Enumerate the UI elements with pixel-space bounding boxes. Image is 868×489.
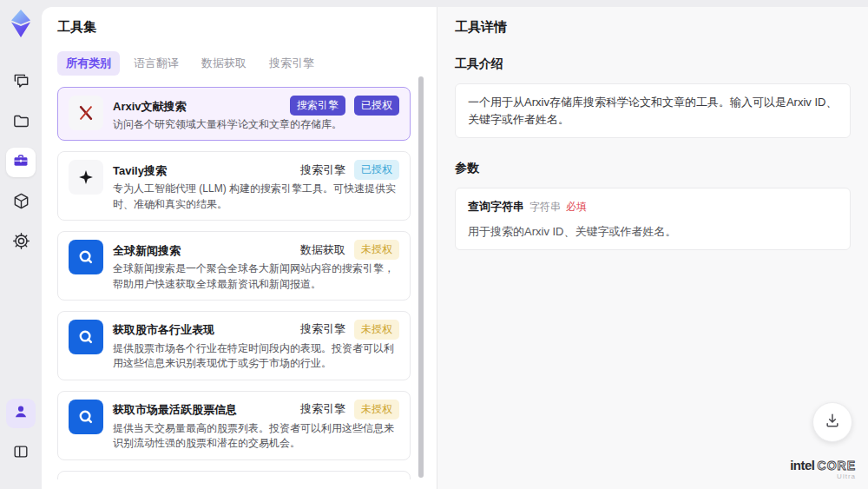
tool-detail-panel: 工具详情 工具介绍 一个用于从Arxiv存储库搜索科学论文和文章的工具。输入可以… [437, 7, 868, 489]
sidebar-item-packages[interactable] [6, 188, 36, 217]
tool-card[interactable]: 获取市场最活跃股票信息 搜索引擎 未授权 提供当天交易量最高的股票列表。投资者可… [57, 391, 411, 460]
search-app-icon [69, 400, 103, 434]
arxiv-logo-icon [69, 96, 103, 130]
sidebar-item-tools[interactable] [6, 148, 36, 177]
intro-heading: 工具介绍 [455, 56, 851, 72]
param-row: 查询字符串字符串必填 [468, 198, 838, 215]
param-type: 字符串 [529, 201, 561, 213]
sidebar-item-files[interactable] [6, 108, 36, 137]
tool-status-badge: 未授权 [354, 320, 399, 340]
core-wordmark: CORE [818, 459, 856, 472]
sidebar-item-settings[interactable] [6, 228, 36, 257]
chat-icon [12, 72, 30, 94]
user-icon [12, 403, 30, 424]
category-tab[interactable]: 所有类别 [57, 51, 120, 76]
search-app-icon [69, 320, 103, 354]
tool-category: 搜索引擎 [300, 321, 345, 337]
category-tab[interactable]: 搜索引擎 [260, 51, 323, 76]
intel-wordmark: intel [790, 459, 814, 472]
tool-name: 获取股市各行业表现 [113, 320, 300, 338]
tool-description: 提供股票市场各个行业在特定时间段内的表现。投资者可以利用这些信息来识别表现优于或… [113, 341, 399, 372]
tool-card[interactable]: 万维地区新闻查询 搜索引擎 未授权 查询具体行政区划内的新闻，快速了解各地新闻动 [57, 471, 411, 479]
left-rail [0, 0, 42, 489]
brand-subtext: Ultra [790, 473, 856, 480]
param-name: 查询字符串 [468, 200, 524, 213]
tool-description: 访问各个研究领域大量科学论文和文章的存储库。 [113, 117, 399, 132]
app-logo-icon [7, 9, 35, 38]
tool-category: 搜索引擎 [290, 96, 345, 116]
tool-status-badge: 已授权 [354, 160, 399, 180]
tool-status-badge: 已授权 [354, 96, 399, 116]
tool-description: 专为人工智能代理 (LLM) 构建的搜索引擎工具。可快速提供实时、准确和真实的结… [113, 182, 399, 212]
tool-card[interactable]: Tavily搜索 搜索引擎 已授权 专为人工智能代理 (LLM) 构建的搜索引擎… [57, 151, 411, 221]
folder-icon [12, 112, 30, 134]
tool-category: 搜索引擎 [300, 401, 345, 417]
page-title: 工具集 [57, 19, 411, 36]
params-box: 查询字符串字符串必填用于搜索的Arxiv ID、关键字或作者姓名。 [455, 188, 851, 250]
tool-list: Arxiv文献搜索 搜索引擎 已授权 访问各个研究领域大量科学论文和文章的存储库… [57, 87, 411, 479]
app-window: 工具集 所有类别语言翻译数据获取搜索引擎 Arxiv文献搜索 搜索引擎 已授权 … [0, 0, 868, 489]
sidebar-item-account[interactable] [6, 399, 36, 428]
download-button[interactable] [812, 402, 852, 442]
panel-toggle-icon [12, 443, 30, 464]
detail-title: 工具详情 [455, 19, 851, 36]
search-app-icon [69, 240, 103, 274]
sidebar-item-chat[interactable] [6, 68, 36, 97]
tool-name: 全球新闻搜索 [113, 241, 300, 259]
tool-status-badge: 未授权 [354, 400, 399, 420]
tool-category: 搜索引擎 [300, 162, 345, 178]
param-required-label: 必填 [566, 201, 587, 213]
tool-description: 全球新闻搜索是一个聚合全球各大新闻网站内容的搜索引擎，帮助用户快速获取全球最新资… [113, 261, 399, 292]
tool-name: 获取市场最活跃股票信息 [113, 400, 300, 418]
tool-category: 数据获取 [300, 242, 345, 258]
tool-card[interactable]: 获取股市各行业表现 搜索引擎 未授权 提供股票市场各个行业在特定时间段内的表现。… [57, 311, 411, 380]
intro-text: 一个用于从Arxiv存储库搜索科学论文和文章的工具。输入可以是Arxiv ID、… [455, 83, 851, 138]
params-heading: 参数 [455, 161, 851, 176]
category-tab[interactable]: 语言翻译 [125, 51, 187, 76]
tool-card[interactable]: 全球新闻搜索 数据获取 未授权 全球新闻搜索是一个聚合全球各大新闻网站内容的搜索… [57, 231, 411, 301]
main-content: 工具集 所有类别语言翻译数据获取搜索引擎 Arxiv文献搜索 搜索引擎 已授权 … [42, 7, 868, 489]
category-tab[interactable]: 数据获取 [193, 51, 255, 76]
toolbox-icon [12, 152, 30, 173]
tool-name: Arxiv文献搜索 [113, 97, 290, 115]
tool-list-panel: 工具集 所有类别语言翻译数据获取搜索引擎 Arxiv文献搜索 搜索引擎 已授权 … [42, 7, 437, 489]
tool-status-badge: 未授权 [354, 240, 399, 260]
param-description: 用于搜索的Arxiv ID、关键字或作者姓名。 [468, 223, 838, 241]
tool-description: 提供当天交易量最高的股票列表。投资者可以利用这些信息来识别流动性强的股票和潜在的… [113, 421, 399, 452]
cube-icon [12, 192, 30, 214]
gear-icon [12, 232, 30, 254]
download-icon [824, 412, 841, 433]
sidebar-item-panel-toggle[interactable] [6, 439, 36, 468]
list-scrollbar[interactable] [418, 76, 424, 478]
tool-name: Tavily搜索 [113, 162, 300, 179]
intel-core-logo: intel CORE Ultra [790, 459, 856, 480]
sparkle-icon [69, 160, 103, 195]
tool-card[interactable]: Arxiv文献搜索 搜索引擎 已授权 访问各个研究领域大量科学论文和文章的存储库… [57, 87, 411, 141]
category-tabs: 所有类别语言翻译数据获取搜索引擎 [57, 51, 411, 76]
